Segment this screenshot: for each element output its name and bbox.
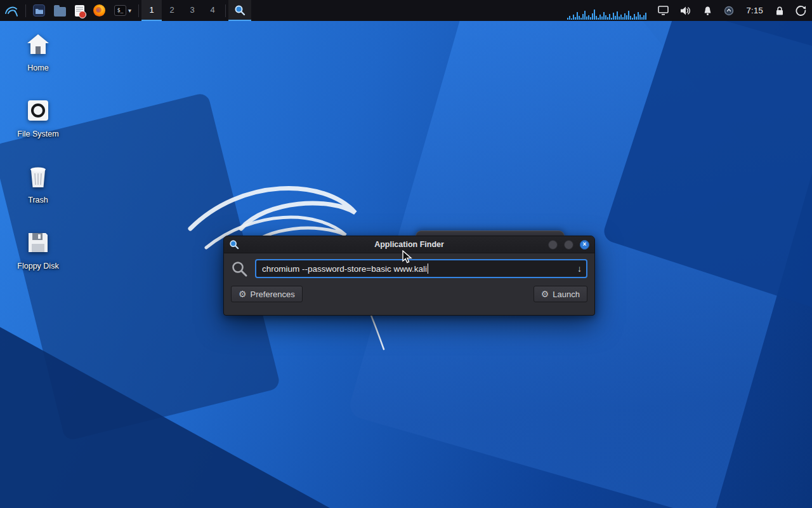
window-app-icon <box>229 239 239 250</box>
desktop-icon-file-system[interactable]: File System <box>10 97 66 138</box>
launch-button-label: Launch <box>553 290 580 299</box>
finder-body: chromium --password-store=basic www.kali… <box>224 253 594 309</box>
kali-menu-button[interactable] <box>0 0 23 21</box>
workspace-button-3[interactable]: 3 <box>182 0 202 21</box>
panel-separator <box>138 4 139 17</box>
gear-icon: ⚙ <box>239 290 247 298</box>
firefox-icon <box>93 4 105 17</box>
launcher-file-manager[interactable] <box>29 0 49 21</box>
application-finder-icon <box>234 4 246 16</box>
preferences-button-label: Preferences <box>251 290 295 299</box>
text-caret <box>428 264 428 274</box>
notification-bell-icon[interactable] <box>697 0 718 21</box>
panel-separator <box>25 4 26 17</box>
preferences-button[interactable]: ⚙ Preferences <box>231 286 303 302</box>
workspace-button-1[interactable]: 1 <box>141 0 162 21</box>
desktop-icon-label: Floppy Disk <box>17 262 58 271</box>
cpu-graph-tray[interactable] <box>563 0 652 21</box>
top-panel: $_ ▾ 1 2 3 4 7:15 <box>0 0 812 21</box>
desktop-icon-label: File System <box>17 130 58 138</box>
desktop-icon-label: Home <box>27 64 48 72</box>
workspace-button-2[interactable]: 2 <box>162 0 182 21</box>
text-editor-icon <box>75 5 84 17</box>
launcher-folder[interactable] <box>49 0 70 21</box>
file-manager-icon <box>33 4 45 17</box>
launcher-terminal[interactable]: $_ ▾ <box>110 0 136 21</box>
launcher-text-editor[interactable] <box>70 0 89 21</box>
desktop-icon-floppy-disk[interactable]: Floppy Disk <box>10 229 66 271</box>
panel-separator <box>225 4 226 17</box>
workspace-button-4[interactable]: 4 <box>202 0 223 21</box>
maximize-button[interactable] <box>564 240 573 250</box>
desktop-icon-trash[interactable]: Trash <box>10 163 66 204</box>
panel-clock[interactable]: 7:15 <box>740 6 769 15</box>
command-input-value: chromium --password-store=basic www.kali <box>262 264 427 274</box>
status-orb-icon[interactable] <box>718 0 740 21</box>
launch-gear-icon: ⚙ <box>541 290 549 298</box>
volume-tray-icon[interactable] <box>674 0 697 21</box>
terminal-icon: $_ <box>114 5 126 16</box>
cpu-graph-icon <box>567 7 648 21</box>
launcher-firefox[interactable] <box>89 0 110 21</box>
command-input[interactable]: chromium --password-store=basic www.kali… <box>255 259 587 278</box>
folder-icon <box>54 7 66 17</box>
lock-screen-icon[interactable] <box>769 0 790 21</box>
floppy-disk-icon <box>24 229 52 257</box>
desktop-icon-home[interactable]: Home <box>10 30 66 72</box>
desktop-icon-label: Trash <box>28 196 48 204</box>
launch-button[interactable]: ⚙ Launch <box>534 286 587 302</box>
trash-icon <box>24 163 52 190</box>
logout-power-icon[interactable] <box>790 0 812 21</box>
taskbar-application-finder[interactable] <box>228 0 251 21</box>
close-button[interactable]: × <box>580 240 589 250</box>
desktop-icon-list: Home File System Trash Floppy Disk <box>10 30 66 295</box>
kali-logo-icon <box>4 4 18 17</box>
application-finder-window: Application Finder × chromium --password… <box>223 236 595 316</box>
dropdown-arrow-icon[interactable]: ↓ <box>572 264 582 274</box>
file-system-icon <box>24 97 52 124</box>
minimize-button[interactable] <box>548 240 558 250</box>
chevron-down-icon[interactable]: ▾ <box>128 7 131 14</box>
home-icon <box>24 30 52 58</box>
window-titlebar[interactable]: Application Finder × <box>224 236 594 253</box>
search-icon <box>231 260 248 277</box>
display-tray-icon[interactable] <box>652 0 674 21</box>
window-title: Application Finder <box>224 240 594 249</box>
